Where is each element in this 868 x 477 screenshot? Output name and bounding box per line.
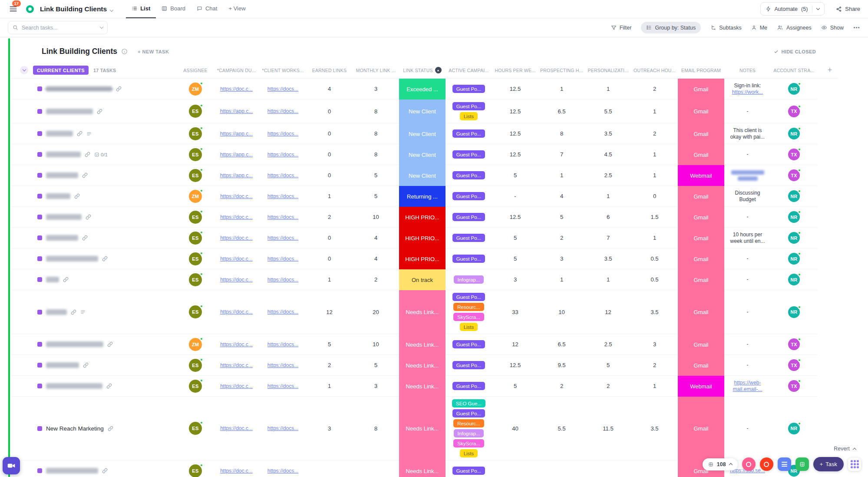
link-icon[interactable] [71, 309, 76, 315]
prospecting-hours-cell[interactable]: 3 [538, 248, 585, 269]
account-strategist-cell[interactable]: TX [771, 165, 817, 186]
task-name-redacted[interactable] [46, 152, 81, 157]
task-name-redacted[interactable] [46, 256, 98, 262]
share-button[interactable]: Share [836, 6, 860, 12]
assignee-cell[interactable]: ES [178, 144, 213, 165]
account-strategist-avatar[interactable]: NR [788, 128, 800, 139]
earned-links-cell[interactable]: 2 [306, 355, 353, 376]
campaign-badge[interactable]: Guest Po... [452, 129, 485, 138]
campaign-dashboard-cell[interactable]: https://doc.c... [213, 186, 260, 207]
prospecting-hours-cell[interactable]: 5.5 [538, 397, 585, 460]
task-name-redacted[interactable] [46, 109, 93, 114]
hours-per-week-cell[interactable]: - [492, 186, 538, 207]
client-worksheet-link[interactable]: https://docs... [267, 309, 298, 315]
task-name-redacted[interactable] [46, 131, 73, 136]
assignee-cell[interactable]: ES [178, 460, 213, 477]
task-status-square[interactable] [37, 363, 42, 368]
personalization-hours-cell[interactable]: 7 [585, 228, 631, 248]
search-box[interactable] [8, 21, 108, 34]
account-strategist-cell[interactable]: TX [771, 144, 817, 165]
tab-list[interactable]: List [126, 0, 156, 18]
assignee-avatar[interactable]: ZM [189, 83, 202, 96]
campaign-badge[interactable]: Guest Po... [452, 150, 485, 159]
email-program-cell[interactable]: Webmail [678, 165, 724, 186]
email-program-cell[interactable]: Gmail [678, 207, 724, 228]
personalization-hours-cell[interactable]: 5 [585, 355, 631, 376]
campaign-dashboard-link[interactable]: https://doc.c... [220, 214, 253, 220]
client-worksheet-cell[interactable]: https://docs... [260, 290, 306, 334]
email-program-cell[interactable]: Gmail [678, 186, 724, 207]
active-campaigns-cell[interactable]: Guest Po... [446, 460, 492, 477]
campaign-dashboard-cell[interactable]: https://doc.c... [213, 460, 260, 477]
link-icon[interactable] [106, 383, 112, 389]
add-view-button[interactable]: + View [223, 0, 251, 18]
campaign-badge[interactable]: Infograp... [454, 429, 484, 437]
note-link[interactable]: https://work... [732, 89, 763, 96]
campaign-dashboard-link[interactable]: https://doc.c... [220, 86, 253, 92]
monthly-link-goal-cell[interactable]: 20 [353, 290, 399, 334]
more-options-button[interactable]: ⋯ [853, 24, 860, 32]
outreach-hours-cell[interactable]: 0.5 [631, 248, 678, 269]
campaign-dashboard-cell[interactable]: https://doc.c... [213, 248, 260, 269]
account-strategist-cell[interactable]: TX [771, 334, 817, 355]
outreach-hours-cell[interactable]: 0.5 [631, 269, 678, 290]
active-campaigns-cell[interactable]: Guest Po... [446, 355, 492, 376]
campaign-dashboard-cell[interactable]: https://doc.c... [213, 334, 260, 355]
outreach-hours-cell[interactable]: 2 [631, 79, 678, 99]
task-row[interactable]: EShttps://app.c...https://docs...08New C… [11, 123, 817, 144]
monthly-link-goal-cell[interactable]: 10 [353, 334, 399, 355]
client-worksheet-link[interactable]: https://docs... [267, 108, 298, 114]
task-status-square[interactable] [37, 310, 42, 315]
client-worksheet-link[interactable]: https://docs... [267, 152, 298, 158]
task-row[interactable]: EShttps://app.c...https://docs...08New C… [11, 99, 817, 123]
item-counter-pill[interactable]: 108 [703, 458, 738, 470]
outreach-hours-cell[interactable] [631, 460, 678, 477]
client-worksheet-link[interactable]: https://docs... [267, 277, 298, 283]
prospecting-hours-cell[interactable]: 4 [538, 186, 585, 207]
campaign-dashboard-link[interactable]: https://doc.c... [220, 468, 253, 474]
campaign-badge[interactable]: Resourc... [453, 303, 484, 311]
campaign-badge[interactable]: Guest Po... [452, 467, 485, 475]
active-campaigns-cell[interactable]: SEO Gue...Guest Po...Resourc...Infograp.… [446, 397, 492, 460]
client-worksheet-cell[interactable]: https://docs... [260, 79, 306, 99]
client-worksheet-cell[interactable]: https://docs... [260, 186, 306, 207]
personalization-hours-cell[interactable]: 2.5 [585, 334, 631, 355]
apps-grid-button[interactable] [848, 458, 861, 471]
task-status-square[interactable] [37, 256, 42, 261]
assignee-cell[interactable]: ES [178, 99, 213, 123]
client-worksheet-link[interactable]: https://docs... [267, 383, 298, 389]
assignee-avatar[interactable]: ES [189, 232, 202, 245]
link-icon[interactable] [82, 172, 88, 178]
campaign-badge[interactable]: SkyScra... [453, 439, 484, 447]
task-row[interactable]: EShttps://app.c...https://docs...05New C… [11, 165, 817, 186]
task-name-redacted[interactable] [46, 172, 78, 178]
link-status-cell[interactable]: HIGH PRIO... [399, 248, 446, 269]
client-worksheet-link[interactable]: https://docs... [267, 193, 298, 199]
task-row[interactable]: 0/1EShttps://app.c...https://docs...08Ne… [11, 144, 817, 165]
assignee-cell[interactable]: ES [178, 207, 213, 228]
task-row[interactable]: ZMhttps://doc.c...https://docs...43Excee… [11, 79, 817, 99]
active-campaigns-cell[interactable]: Guest Po... [446, 207, 492, 228]
task-status-square[interactable] [37, 215, 42, 219]
notes-cell[interactable]: - [724, 144, 771, 165]
description-icon[interactable] [80, 309, 86, 315]
hours-per-week-cell[interactable]: 5 [492, 248, 538, 269]
email-program-cell[interactable]: Gmail [678, 269, 724, 290]
earned-links-cell[interactable]: 1 [306, 186, 353, 207]
outreach-hours-cell[interactable]: 1 [631, 165, 678, 186]
column-header-campaign-du[interactable]: *CAMPAIGN DU... [213, 68, 260, 73]
client-worksheet-link[interactable]: https://docs... [267, 235, 298, 241]
task-name-redacted[interactable] [46, 86, 112, 92]
tab-chat[interactable]: Chat [191, 0, 223, 18]
automate-button[interactable]: Automate (5) [760, 2, 825, 16]
campaign-dashboard-link[interactable]: https://app.c... [220, 131, 253, 137]
notes-cell[interactable] [724, 165, 771, 186]
assignee-cell[interactable]: ES [178, 269, 213, 290]
prospecting-hours-cell[interactable]: 1 [538, 165, 585, 186]
task-row[interactable]: New Reach MarketingEShttps://doc.c...htt… [11, 397, 817, 460]
campaign-dashboard-link[interactable]: https://doc.c... [220, 362, 253, 368]
client-worksheet-link[interactable]: https://docs... [267, 256, 298, 262]
assignee-cell[interactable]: ES [178, 165, 213, 186]
active-campaigns-cell[interactable]: Guest Po... [446, 186, 492, 207]
checklist-indicator[interactable]: 0/1 [94, 152, 108, 157]
